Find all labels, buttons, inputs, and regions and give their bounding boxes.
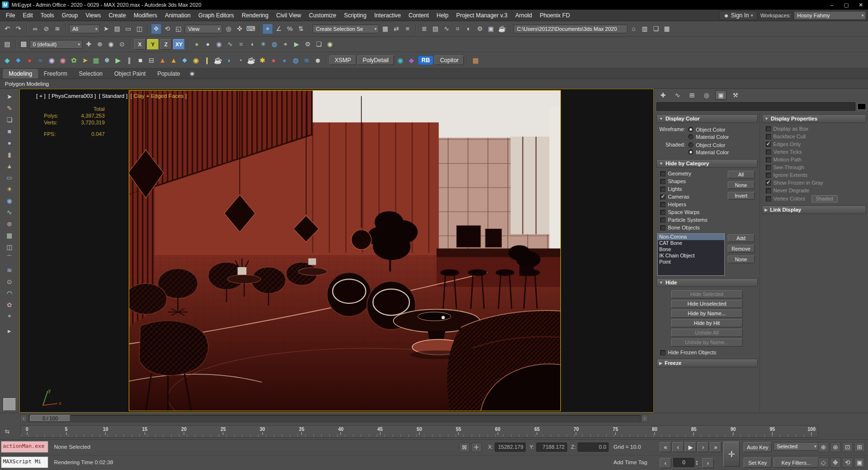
sphere-preview-icon[interactable]: ● — [203, 39, 213, 50]
use-pivot-center-icon[interactable]: ◎ — [223, 24, 234, 34]
menu-item[interactable]: Phoenix FD — [536, 11, 574, 20]
time-slider-right-arrow[interactable]: › — [641, 415, 648, 422]
select-and-scale-icon[interactable]: ◱ — [173, 24, 184, 34]
ribbon-tab[interactable]: Object Paint — [108, 69, 151, 79]
droplet-blue-icon[interactable]: ⬥ — [179, 55, 190, 66]
object-color-swatch[interactable] — [857, 103, 866, 110]
gem-icon[interactable]: ◆ — [2, 55, 13, 66]
ladybug-icon[interactable]: ● — [268, 55, 279, 66]
time-slider-track[interactable]: 0 / 100 — [28, 415, 641, 422]
noise-icon[interactable]: ≋ — [3, 264, 16, 276]
spline-icon[interactable]: ∿ — [3, 206, 16, 218]
viewport-render-preset-menu[interactable]: [ Standard ] — [99, 93, 127, 99]
auto-key-button[interactable]: Auto Key — [744, 442, 772, 452]
ribbon-toggle-icon[interactable]: ▤ — [430, 24, 441, 34]
menu-item[interactable]: Scripting — [340, 11, 370, 20]
orbit-icon[interactable]: ⟲ — [842, 457, 853, 468]
boolean-icon[interactable]: ⊕ — [3, 218, 16, 229]
layer-color-swatch[interactable] — [20, 41, 27, 48]
rectangular-selection-icon[interactable]: ▭ — [123, 24, 134, 34]
close-button[interactable]: ✕ — [854, 0, 868, 10]
scene-explorer-toggle-icon[interactable]: ▤ — [2, 39, 13, 50]
z-coordinate-field[interactable]: 0.0 — [578, 443, 609, 452]
y-coordinate-field[interactable]: 7188.172 — [536, 443, 567, 452]
go-to-start-icon[interactable]: « — [660, 442, 671, 452]
file-reference-icon[interactable]: ❏ — [651, 24, 661, 34]
eye-icon[interactable]: ◉ — [325, 39, 335, 50]
menu-item[interactable]: Content — [405, 11, 433, 20]
flame-icon-2[interactable]: ▲ — [168, 55, 179, 66]
light-icon[interactable]: ☀ — [3, 183, 16, 195]
measure-icon[interactable]: ⌖ — [3, 310, 16, 322]
zoom-icon[interactable]: ⊕ — [818, 442, 829, 452]
cube-icon[interactable]: ■ — [3, 125, 16, 137]
play-green-icon[interactable]: ▶ — [113, 55, 123, 66]
teapot-icon[interactable]: ☕ — [213, 55, 223, 66]
list-item[interactable]: Bone — [658, 246, 724, 253]
hide-frozen-objects-checkbox[interactable] — [660, 350, 665, 355]
window-crossing-icon[interactable]: ◫ — [134, 24, 145, 34]
zoom-all-icon[interactable]: ⊛ — [830, 442, 841, 452]
frame-spinner[interactable]: ▲ ▼ — [695, 458, 700, 467]
never-degrade-checkbox[interactable] — [766, 188, 771, 193]
lights-checkbox[interactable] — [660, 187, 665, 192]
project-path-field[interactable]: C:\Users\20122\Documents\3ds Max 2020 — [514, 25, 627, 33]
menu-item[interactable]: Arnold — [511, 11, 536, 20]
ignore-extents-checkbox[interactable] — [766, 173, 771, 178]
select-and-manipulate-icon[interactable]: ✜ — [234, 24, 245, 34]
freeze-header[interactable]: ▶ Freeze — [656, 359, 758, 367]
mirror-icon[interactable]: ⇄ — [391, 24, 402, 34]
category-invert-button[interactable]: Invert — [728, 192, 755, 200]
honey-icon[interactable]: ◉ — [190, 55, 201, 66]
hierarchy-tab[interactable]: ⊞ — [686, 90, 698, 100]
track-bar-ruler[interactable]: 0510152025303540455055606570758085909510… — [20, 425, 818, 438]
set-keys-big-button[interactable]: ✛ — [723, 442, 740, 467]
backface-cull-checkbox[interactable] — [766, 134, 771, 139]
category-add-button[interactable]: Add — [728, 234, 755, 242]
smooth-icon[interactable]: ◠ — [3, 287, 16, 299]
floating-window-icon[interactable]: ❏ — [313, 39, 324, 50]
material-editor-icon[interactable]: ◐ — [463, 24, 474, 34]
rendered-frame-icon[interactable]: ▣ — [486, 24, 496, 34]
unlink-selection-icon[interactable]: ⊘ — [41, 24, 52, 34]
graph-icon[interactable]: ∿ — [225, 39, 235, 50]
undo-icon[interactable]: ↶ — [2, 24, 13, 34]
align-icon[interactable]: ≡ — [402, 24, 413, 34]
list-item[interactable]: Point — [658, 259, 724, 265]
create-new-layer-icon[interactable]: ✚ — [83, 39, 94, 50]
menu-item[interactable]: Views — [81, 11, 105, 20]
snowflake-icon[interactable]: ❄ — [102, 55, 112, 66]
keyboard-shortcut-toggle-icon[interactable]: ⌨ — [245, 24, 256, 34]
pause-icon[interactable]: ∥ — [124, 55, 135, 66]
shaded-object-color-radio[interactable] — [688, 142, 693, 148]
key-mode-dropdown[interactable]: Selected — [773, 442, 819, 451]
maximize-button[interactable]: ▢ — [839, 0, 854, 10]
bone-objects-checkbox[interactable] — [660, 225, 665, 230]
utilities-tab[interactable]: ⚒ — [730, 90, 741, 100]
render-production-icon[interactable]: ☕ — [497, 24, 507, 34]
globe2-icon[interactable]: ◍ — [290, 55, 301, 66]
cameras-checkbox[interactable] — [660, 194, 665, 200]
stop-icon[interactable]: ■ — [135, 55, 146, 66]
shell-icon[interactable]: ◔ — [235, 55, 245, 66]
wireframe-object-color-radio[interactable] — [688, 127, 693, 132]
set-key-button[interactable]: Set Key — [744, 457, 772, 468]
snaps-toggle-icon[interactable]: ⌖ — [262, 24, 273, 34]
weld-icon[interactable]: ⊙ — [3, 276, 16, 287]
current-frame-field[interactable]: 0 — [673, 458, 694, 467]
redo-icon[interactable]: ↷ — [13, 24, 24, 34]
geometry-checkbox[interactable] — [660, 171, 665, 176]
camera-icon[interactable]: ◉ — [3, 195, 16, 206]
list-item[interactable]: CAT Bone — [658, 240, 724, 246]
fan-icon[interactable]: ✳ — [258, 39, 269, 50]
menu-item[interactable]: Group — [58, 11, 81, 20]
viewport-shading-menu[interactable]: [ Clay + Edged Faces ] — [130, 93, 187, 99]
project-folder-icon[interactable]: ⌂ — [628, 24, 639, 34]
candy-icon[interactable]: ◉ — [57, 55, 68, 66]
motion-path-checkbox[interactable] — [766, 157, 771, 162]
category-remove-button[interactable]: Remove — [728, 245, 755, 253]
cone-icon[interactable]: ▲ — [3, 160, 16, 172]
menu-item[interactable]: Create — [105, 11, 130, 20]
list-item[interactable]: IK Chain Object — [658, 253, 724, 259]
dolphin-icon[interactable]: ◗ — [224, 55, 234, 66]
